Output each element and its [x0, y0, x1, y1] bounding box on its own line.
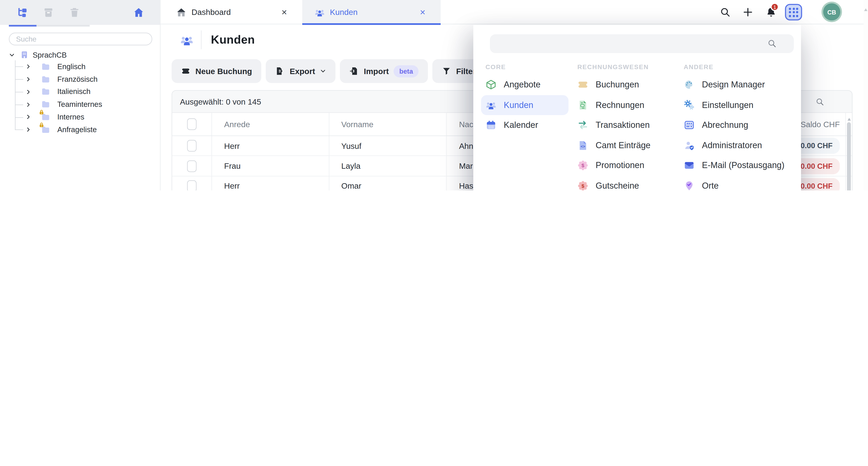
cell-anrede: Herr	[212, 136, 329, 156]
sidebar-search-input[interactable]	[9, 33, 152, 45]
tree-connector	[15, 67, 23, 67]
badge-pink-icon: $	[577, 160, 588, 171]
scroll-up-arrow	[864, 6, 868, 11]
apps-menu-item[interactable]: $ Gutscheine	[573, 176, 676, 191]
chevron-right-icon[interactable]	[26, 64, 31, 70]
apps-menu-item[interactable]: Kalender	[481, 115, 568, 135]
file-code-icon: <>	[577, 140, 588, 151]
import-button[interactable]: Import beta	[340, 59, 428, 83]
tree-item-label: Teaminternes	[57, 100, 102, 109]
row-checkbox[interactable]	[187, 140, 197, 152]
cell-vorname: Omar	[329, 176, 447, 191]
envelope-icon	[684, 160, 694, 171]
cell-anrede: Frau	[212, 156, 329, 176]
folder-icon	[41, 100, 50, 109]
tree-structure-icon[interactable]	[17, 6, 28, 18]
tree-item-label: Anfrageliste	[57, 126, 97, 134]
apps-menu-item[interactable]: Orte	[679, 176, 798, 191]
apps-menu-search-input[interactable]	[490, 34, 794, 53]
beta-badge: beta	[394, 65, 418, 77]
svg-text:$: $	[582, 163, 585, 168]
chevron-right-icon[interactable]	[26, 89, 31, 95]
cell-vorname: Yusuf	[329, 136, 447, 156]
invoice-icon	[577, 99, 588, 110]
tree-item[interactable]: Italienisch	[0, 86, 160, 98]
badge-red-icon: $	[577, 180, 588, 191]
apps-menu-item[interactable]: Buchungen	[573, 75, 676, 95]
app-window: SprachCB Englisch Französisch Italienisc…	[0, 0, 868, 191]
ticket-icon	[181, 66, 191, 76]
tree-item[interactable]: Französisch	[0, 73, 160, 86]
plus-icon[interactable]	[742, 6, 753, 18]
apps-menu-item[interactable]: Angebote	[481, 75, 568, 95]
apps-menu-item[interactable]: Einstellungen	[679, 95, 798, 115]
tree-connector	[15, 104, 23, 105]
trash-icon[interactable]	[69, 6, 80, 18]
tree-item[interactable]: Teaminternes	[0, 98, 160, 111]
home-icon[interactable]	[133, 6, 145, 18]
chevron-down-icon[interactable]	[9, 52, 15, 58]
apps-menu-section-andere: ANDERE Design Manager Einstellungen Abre…	[679, 64, 798, 191]
sidebar: SprachCB Englisch Französisch Italienisc…	[0, 0, 160, 191]
column-header-vorname[interactable]: Vorname	[329, 113, 447, 136]
archive-box-icon[interactable]	[43, 6, 54, 18]
folder-icon	[41, 87, 50, 97]
apps-menu-item[interactable]: E-Mail (Postausgang)	[679, 156, 798, 175]
export-button[interactable]: Export	[266, 59, 336, 83]
cell-vorname: Layla	[329, 156, 447, 176]
lock-icon	[38, 109, 44, 115]
tree-item[interactable]: Internes	[0, 111, 160, 123]
window-scrollbar[interactable]	[864, 0, 868, 191]
abacus-icon	[684, 120, 694, 131]
close-icon[interactable]: ✕	[281, 8, 287, 16]
chevron-right-icon[interactable]	[26, 127, 31, 133]
gears-icon	[684, 99, 694, 110]
users-icon	[180, 33, 194, 47]
tab-dashboard[interactable]: Dashboard ✕	[164, 0, 302, 24]
table-search-icon[interactable]	[815, 97, 824, 106]
user-shield-icon	[684, 140, 694, 151]
apps-menu-item[interactable]: Kunden	[481, 95, 568, 115]
sidebar-tab-indicator-active	[9, 25, 36, 26]
apps-menu-item[interactable]: Abrechnung	[679, 115, 798, 135]
apps-menu-item[interactable]: $ Promotionen	[573, 156, 676, 175]
chevron-down-icon	[320, 68, 326, 74]
tab-label: Dashboard	[191, 8, 231, 16]
apps-menu-item[interactable]: Transaktionen	[573, 115, 676, 135]
avatar[interactable]: CB	[823, 3, 840, 21]
folder-icon	[41, 74, 50, 84]
tree-item[interactable]: Englisch	[0, 60, 160, 73]
close-icon[interactable]: ✕	[420, 8, 426, 16]
grid-icon	[789, 7, 798, 17]
home-icon	[176, 7, 187, 18]
chevron-right-icon[interactable]	[26, 101, 31, 107]
scroll-up-arrow[interactable]	[847, 116, 850, 121]
tab-kunden[interactable]: Kunden ✕	[302, 0, 440, 24]
folder-icon	[41, 112, 50, 122]
users-icon	[486, 99, 497, 110]
folder-icon	[41, 125, 50, 134]
tree-item[interactable]: Anfrageliste	[0, 123, 160, 136]
apps-menu-item[interactable]: Rechnungen	[573, 95, 676, 115]
row-checkbox[interactable]	[187, 160, 197, 172]
top-bar: Dashboard ✕ Kunden ✕ 1 CB	[160, 0, 868, 24]
apps-grid-button[interactable]	[785, 4, 802, 20]
apps-menu-item[interactable]: <> Camt Einträge	[573, 135, 676, 156]
select-all-checkbox[interactable]	[187, 119, 197, 130]
table-scrollbar[interactable]	[847, 122, 851, 191]
sidebar-tab-indicator-inactive	[37, 25, 90, 26]
column-header-anrede[interactable]: Anrede	[212, 113, 329, 136]
chevron-right-icon[interactable]	[26, 76, 31, 82]
tree-root-item[interactable]: SprachCB	[0, 49, 160, 60]
search-icon[interactable]	[720, 6, 731, 18]
apps-menu-item[interactable]: Administratoren	[679, 135, 798, 156]
new-booking-button[interactable]: Neue Buchung	[172, 59, 261, 83]
apps-menu-item[interactable]: Design Manager	[679, 75, 798, 95]
tree-item-label: Französisch	[57, 75, 97, 84]
folder-icon	[41, 62, 50, 71]
chevron-right-icon[interactable]	[26, 114, 31, 120]
users-icon	[314, 7, 325, 18]
palette-icon	[684, 79, 694, 90]
row-checkbox[interactable]	[187, 180, 197, 191]
tree-item-label: Englisch	[57, 62, 86, 71]
